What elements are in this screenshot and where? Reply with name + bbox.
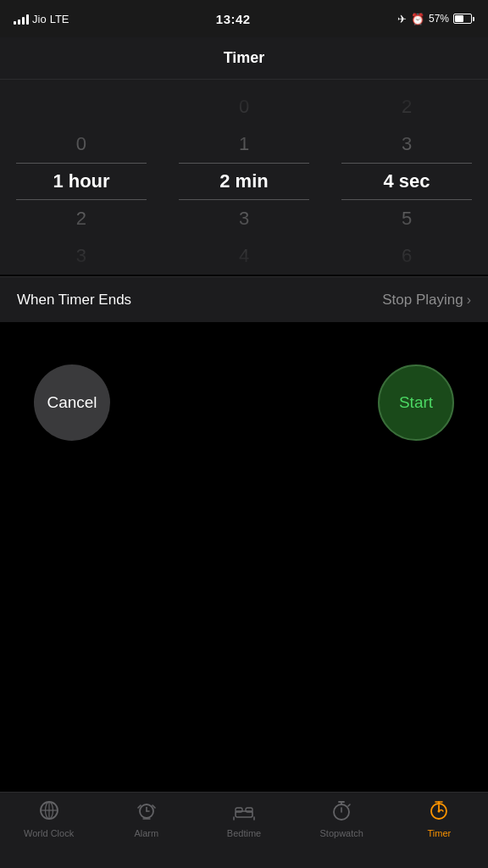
timer-icon bbox=[428, 799, 450, 825]
tab-stopwatch[interactable]: Stopwatch bbox=[293, 799, 391, 838]
alarm-status-icon: ⏰ bbox=[411, 13, 424, 25]
minutes-items: 0 1 2 min 3 4 5 bbox=[219, 88, 268, 275]
location-icon: ✈ bbox=[397, 13, 407, 25]
timer-ends-value[interactable]: Stop Playing › bbox=[382, 292, 471, 309]
status-left: Jio LTE bbox=[14, 13, 69, 25]
seconds-picker-column[interactable]: 2 3 4 sec 5 6 7 bbox=[325, 88, 488, 275]
picker-section[interactable]: 0 1 hour 2 3 4 0 1 2 min 3 4 5 bbox=[0, 80, 488, 275]
tab-world-clock[interactable]: World Clock bbox=[0, 799, 97, 838]
picker-item: 5 bbox=[383, 200, 430, 237]
svg-point-19 bbox=[438, 810, 441, 813]
picker-item-selected: 2 min bbox=[219, 163, 268, 200]
status-bar: Jio LTE 13:42 ✈ ⏰ 57% bbox=[0, 0, 488, 37]
bedtime-icon bbox=[233, 799, 255, 825]
tab-bedtime-label: Bedtime bbox=[227, 828, 261, 838]
picker-item-selected: 4 sec bbox=[383, 163, 430, 200]
picker-item: 4 bbox=[219, 237, 268, 275]
time-picker[interactable]: 0 1 hour 2 3 4 0 1 2 min 3 4 5 bbox=[0, 88, 488, 275]
timer-ends-label: When Timer Ends bbox=[17, 292, 131, 309]
alarm-icon bbox=[136, 799, 158, 825]
page-title: Timer bbox=[224, 49, 265, 67]
signal-bars bbox=[14, 13, 29, 25]
tab-world-clock-label: World Clock bbox=[24, 828, 74, 838]
timer-ends-value-text: Stop Playing bbox=[382, 292, 463, 309]
picker-item: 0 bbox=[219, 88, 268, 125]
tab-bar: World Clock Alarm Bedtime bbox=[0, 792, 488, 868]
tab-timer-label: Timer bbox=[428, 828, 452, 838]
tab-bedtime[interactable]: Bedtime bbox=[195, 799, 292, 838]
picker-item-selected: 1 hour bbox=[53, 163, 109, 200]
network-label: LTE bbox=[50, 13, 69, 25]
hours-items: 0 1 hour 2 3 4 bbox=[53, 88, 109, 275]
picker-item: 2 bbox=[53, 200, 109, 237]
battery-icon bbox=[453, 14, 474, 24]
picker-item: 3 bbox=[53, 237, 109, 275]
timer-ends-row[interactable]: When Timer Ends Stop Playing › bbox=[0, 276, 488, 322]
seconds-items: 2 3 4 sec 5 6 7 bbox=[383, 88, 430, 275]
tab-alarm-label: Alarm bbox=[134, 828, 158, 838]
picker-item: 3 bbox=[383, 125, 430, 163]
hours-picker-column[interactable]: 0 1 hour 2 3 4 bbox=[0, 88, 163, 275]
status-time: 13:42 bbox=[216, 12, 251, 26]
start-button[interactable]: Start bbox=[378, 364, 454, 441]
tab-stopwatch-label: Stopwatch bbox=[320, 828, 363, 838]
header: Timer bbox=[0, 37, 488, 80]
cancel-button[interactable]: Cancel bbox=[34, 364, 110, 441]
picker-item: 0 bbox=[53, 125, 109, 163]
world-clock-icon bbox=[38, 799, 60, 825]
battery-percent: 57% bbox=[429, 13, 449, 25]
picker-item: 3 bbox=[219, 200, 268, 237]
status-right: ✈ ⏰ 57% bbox=[397, 13, 474, 25]
buttons-area: Cancel Start bbox=[0, 322, 488, 441]
svg-line-17 bbox=[348, 804, 350, 806]
picker-item: 6 bbox=[383, 237, 430, 275]
picker-item: 2 bbox=[383, 88, 430, 125]
minutes-picker-column[interactable]: 0 1 2 min 3 4 5 bbox=[163, 88, 325, 275]
stopwatch-icon bbox=[330, 799, 352, 825]
tab-timer[interactable]: Timer bbox=[391, 799, 488, 838]
chevron-right-icon: › bbox=[467, 292, 471, 308]
carrier-label: Jio bbox=[32, 13, 47, 25]
tab-alarm[interactable]: Alarm bbox=[97, 799, 195, 838]
picker-item: 1 bbox=[219, 125, 268, 163]
